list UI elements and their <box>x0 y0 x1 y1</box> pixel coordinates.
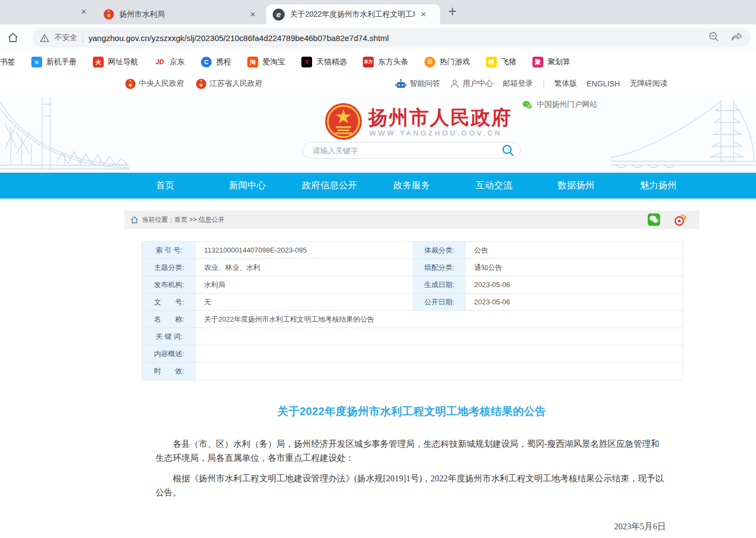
nav-gov-services[interactable]: 政务服务 <box>370 173 453 199</box>
new-tab-button[interactable]: + <box>448 3 457 20</box>
meta-label: 关 键 词: <box>142 328 197 345</box>
share-icon[interactable] <box>731 31 743 44</box>
jd-icon: JD <box>154 57 165 67</box>
nav-interaction[interactable]: 互动交流 <box>453 173 535 199</box>
bookmark-tmall[interactable]: T 天猫精选 <box>301 57 347 67</box>
emblem-icon <box>196 79 206 89</box>
link-mail-login[interactable]: 邮箱登录 <box>503 79 533 88</box>
meta-value-genre: 公告 <box>467 242 683 259</box>
bookmark-phone-bookmarks[interactable]: 机书签 <box>0 57 15 67</box>
meta-label: 索 引 号: <box>142 242 197 259</box>
bookmark-hot-games[interactable]: 田 热门游戏 <box>424 57 470 67</box>
meta-value-publish-date: 2023-05-06 <box>467 294 683 311</box>
bookmark-jd[interactable]: JD 京东 <box>154 57 185 67</box>
tab-title: 扬州市水利局 <box>119 10 245 19</box>
bookmark-juhuasuan[interactable]: 聚 聚划算 <box>532 57 570 67</box>
emblem-favicon-icon <box>104 9 114 19</box>
emblem-icon <box>125 79 136 89</box>
divider: | <box>543 79 545 88</box>
bookmark-site-navigation[interactable]: 火 网址导航 <box>93 57 138 67</box>
site-search <box>302 142 521 159</box>
site-favicon-icon: e <box>273 9 285 21</box>
portal-site-link[interactable]: 中国扬州门户网站 <box>522 100 597 110</box>
site-title: 扬州市人民政府 <box>368 105 512 131</box>
bookmark-itaobao[interactable]: 淘 爱淘宝 <box>247 57 285 67</box>
nav-data-yangzhou[interactable]: 数据扬州 <box>535 173 617 199</box>
weibo-share-icon[interactable] <box>673 213 687 226</box>
meta-label: 组配分类: <box>413 259 467 276</box>
meta-label: 主题分类: <box>142 259 197 276</box>
main-nav: 首页 新闻中心 政府信息公开 政务服务 互动交流 数据扬州 魅力扬州 <box>0 173 756 199</box>
zoom-out-icon[interactable] <box>708 31 720 45</box>
bookmark-fliggy[interactable]: 猪 飞猪 <box>486 57 516 67</box>
meta-value-doc-number: 无 <box>197 294 413 311</box>
tab-current-article[interactable]: e 关于2022年度扬州市水利工程文明工地 × <box>266 4 440 24</box>
taobao-icon: 淘 <box>247 57 258 67</box>
tab-yangzhou-water-bureau[interactable]: 扬州市水利局 × <box>97 4 264 24</box>
close-icon[interactable]: × <box>250 10 255 19</box>
fliggy-pig-icon: 猪 <box>486 57 497 67</box>
link-central-government[interactable]: 中央人民政府 <box>125 79 184 89</box>
manual-book-icon: ≡ <box>31 57 42 67</box>
bookmark-manual[interactable]: ≡ 新机手册 <box>31 57 77 67</box>
meta-value-summary <box>197 345 683 363</box>
site-banner: 中国扬州门户网站 扬州市人民政府 WWW.YANGZHOU.GOV.CN <box>0 94 756 173</box>
meta-label: 内容概述: <box>142 345 197 363</box>
search-input[interactable] <box>312 146 501 155</box>
meta-value-group: 通知公告 <box>467 259 683 276</box>
link-english[interactable]: ENGLISH <box>587 79 620 88</box>
wechat-share-icon[interactable] <box>647 213 660 226</box>
site-url-text: WWW.YANGZHOU.GOV.CN <box>369 129 502 137</box>
meta-label: 公开日期: <box>413 294 467 311</box>
article-title: 关于2022年度扬州市水利工程文明工地考核结果的公告 <box>124 404 699 419</box>
meta-label: 时 效: <box>142 363 197 380</box>
meta-value-topic: 农业、林业、水利 <box>197 259 413 276</box>
home-icon[interactable] <box>6 31 19 46</box>
pagoda-line-art <box>610 94 756 173</box>
wechat-icon <box>522 100 532 110</box>
link-accessibility[interactable]: 无障碍阅读 <box>630 79 667 88</box>
link-jiangsu-government[interactable]: 江苏省人民政府 <box>196 79 262 89</box>
bookmark-ctrip[interactable]: C 携程 <box>201 57 231 67</box>
link-smart-qa[interactable]: 智能问答 <box>395 79 440 89</box>
meta-value-index-number: 11321000014407098E-2023-095 <box>197 242 413 259</box>
ctrip-dolphin-icon: C <box>201 57 212 67</box>
nav-gov-info-disclosure[interactable]: 政府信息公开 <box>288 173 370 199</box>
national-emblem-logo <box>324 102 363 143</box>
page-content: 当前位置：首页 >> 信息公开 索 引 号: 11321000014407098… <box>124 210 699 538</box>
meta-value-created-date: 2023-05-06 <box>467 276 683 294</box>
search-icon[interactable] <box>501 144 515 157</box>
link-user-center[interactable]: 用户中心 <box>450 79 493 88</box>
tmall-icon: T <box>301 57 312 67</box>
meta-value-publisher: 水利局 <box>197 276 413 294</box>
site-nav-icon: 火 <box>93 57 104 67</box>
url-text[interactable]: yangzhou.gov.cn/yzszxxgk/slj/202305/210c… <box>89 33 697 43</box>
security-status: 不安全 <box>55 33 77 43</box>
robot-icon <box>395 79 407 89</box>
tab-strip: × 扬州市水利局 × e 关于2022年度扬州市水利工程文明工地 × + <box>0 0 756 24</box>
meta-value-validity <box>197 363 683 380</box>
breadcrumb[interactable]: 当前位置：首页 >> 信息公开 <box>142 215 225 224</box>
nav-news-center[interactable]: 新闻中心 <box>206 173 288 199</box>
close-icon[interactable]: × <box>81 7 86 16</box>
bookmark-dongfang-toutiao[interactable]: 东方 东方头条 <box>363 57 408 67</box>
article-paragraph: 各县（市、区）水利（务）局，扬州经济开发区城乡事务管理局，生态科技新城规划建设局… <box>156 437 666 465</box>
user-icon <box>450 79 460 88</box>
browser-window: × 扬州市水利局 × e 关于2022年度扬州市水利工程文明工地 × + 不安全… <box>0 0 756 538</box>
link-traditional-chinese[interactable]: 繁体版 <box>555 79 577 88</box>
address-bar[interactable]: 不安全 yangzhou.gov.cn/yzszxxgk/slj/202305/… <box>32 28 751 47</box>
bookmarks-bar: 机书签 ≡ 新机手册 火 网址导航 JD 京东 C 携程 淘 爱淘宝 T 天猫精… <box>0 51 756 73</box>
meta-value-title: 关于2022年度扬州市水利工程文明工地考核结果的公告 <box>197 311 683 328</box>
dongfang-icon: 东方 <box>363 57 374 67</box>
breadcrumb-bar: 当前位置：首页 >> 信息公开 <box>124 210 699 229</box>
nav-charming-yangzhou[interactable]: 魅力扬州 <box>617 173 699 199</box>
home-icon <box>131 216 138 223</box>
meta-label: 文 号: <box>142 294 197 311</box>
meta-label: 体裁分类: <box>413 242 467 259</box>
article-date: 2023年5月6日 <box>124 521 666 533</box>
meta-value-keywords <box>197 328 683 345</box>
nav-home[interactable]: 首页 <box>124 173 206 199</box>
meta-label: 发布机构: <box>142 276 197 294</box>
close-icon[interactable]: × <box>421 10 426 19</box>
game-icon: 田 <box>424 57 435 67</box>
